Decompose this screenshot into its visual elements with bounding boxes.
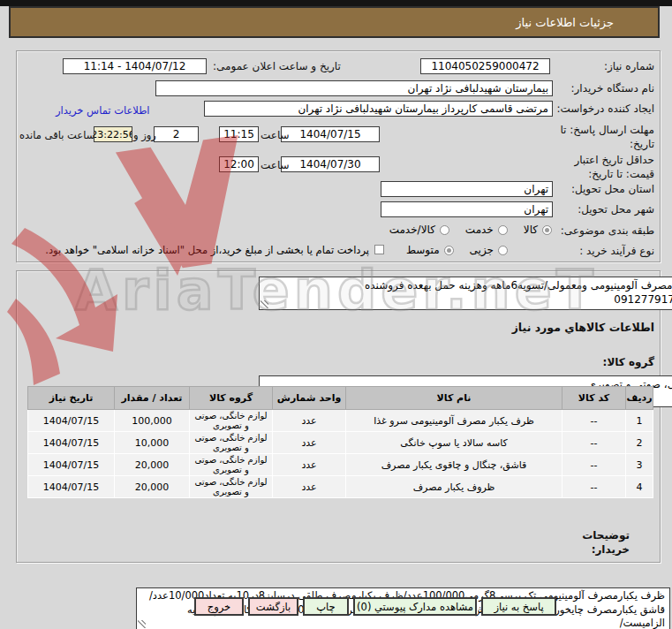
announce-datetime-label: تاریخ و ساعت اعلان عمومی: bbox=[213, 60, 341, 72]
view-attachments-button[interactable]: مشاهده مدارک پیوستي (0) bbox=[353, 597, 477, 616]
deadline-hour-label: ساعت bbox=[260, 129, 290, 141]
goods-table-body: 1--ظرف یکبار مصرف آلومینیومی سرو غذاعددل… bbox=[28, 410, 653, 498]
process-type-label: نوع فرآیند خرید : bbox=[579, 245, 654, 257]
exit-button[interactable]: خروج bbox=[194, 597, 244, 616]
radio-option[interactable]: کالا bbox=[524, 224, 552, 236]
table-cell: 1404/07/15 bbox=[28, 432, 115, 454]
radio-option[interactable]: کالا/خدمت bbox=[389, 224, 449, 236]
table-cell: ظرف یکبار مصرف آلومینیومی سرو غذا bbox=[346, 410, 563, 432]
buyer-contact-link[interactable]: اطلاعات تماس خریدار bbox=[56, 104, 150, 117]
radio-option-label: جزیی bbox=[470, 244, 494, 256]
table-cell: 10,000 bbox=[115, 432, 190, 454]
table-cell: 20,000 bbox=[115, 476, 190, 498]
table-cell: -- bbox=[563, 476, 626, 498]
table-cell: عدد bbox=[273, 476, 346, 498]
table-cell: کاسه سالاد یا سوپ خانگی bbox=[346, 432, 563, 454]
table-cell: لوازم خانگی، صوتی و تصویری bbox=[190, 410, 273, 432]
request-creator-label: ایجاد کننده درخواست: bbox=[556, 102, 654, 115]
response-deadline-label: مهلت ارسال پاسخ: تا تاریخ: bbox=[559, 124, 654, 151]
buyer-notes-label: توضیحات خریدار: bbox=[575, 529, 630, 557]
respond-to-need-button[interactable]: پاسخ به نیاز bbox=[481, 597, 556, 616]
countdown-timer: 23:22:56 bbox=[94, 126, 132, 142]
goods-table-header-cell: کد کالا bbox=[563, 387, 626, 410]
process-type-radio-group[interactable]: جزییمتوسط bbox=[406, 244, 508, 256]
table-cell: لوازم خانگی، صوتی و تصویری bbox=[190, 432, 273, 454]
table-cell: 1 bbox=[626, 410, 653, 432]
table-cell: 1404/07/15 bbox=[28, 476, 115, 498]
goods-table-header-cell: ردیف bbox=[626, 387, 653, 410]
need-number-field[interactable]: 1104050259000472 bbox=[420, 58, 550, 74]
validity-time-field[interactable]: 12:00 bbox=[219, 156, 259, 172]
goods-table-header-row: ردیفکد کالانام کالاواحد شمارشگروه کالاتع… bbox=[28, 387, 653, 410]
deadline-time-field[interactable]: 11:15 bbox=[219, 126, 259, 142]
delivery-province-label: استان محل تحویل: bbox=[571, 183, 654, 195]
radio-icon[interactable] bbox=[498, 225, 508, 235]
goods-group-label: گروه كالا: bbox=[603, 356, 654, 368]
buyer-org-label: نام دستگاه خریدار: bbox=[571, 82, 655, 95]
days-remaining-field[interactable]: 2 bbox=[154, 126, 199, 142]
need-number-label: شماره نیاز: bbox=[604, 60, 654, 72]
treasury-payment-row: پرداخت تمام یا بخشی از مبلغ خرید،از محل … bbox=[19, 244, 384, 256]
need-details-page: { "page": { "title": "جزئیات اطلاعات نیا… bbox=[0, 0, 672, 629]
table-cell: -- bbox=[563, 410, 626, 432]
delivery-city-label: شهر محل تحویل: bbox=[578, 203, 654, 216]
radio-icon[interactable] bbox=[440, 225, 449, 235]
radio-option-label: خدمت bbox=[465, 224, 494, 236]
table-cell: 2 bbox=[626, 432, 653, 454]
radio-option-label: کالا/خدمت bbox=[389, 224, 435, 236]
treasury-payment-checkbox[interactable] bbox=[374, 245, 384, 254]
table-cell: 4 bbox=[626, 476, 653, 498]
table-row: 4--ظروف یکبار مصرفعددلوازم خانگی، صوتی و… bbox=[28, 476, 653, 498]
goods-table-header-cell: گروه کالا bbox=[190, 387, 273, 410]
radio-icon[interactable] bbox=[444, 246, 454, 255]
table-cell: 100,000 bbox=[115, 410, 190, 432]
table-cell: لوازم خانگی، صوتی و تصویری bbox=[190, 454, 273, 476]
goods-section-title: اطلاعات كالاهاي مورد نیاز bbox=[512, 321, 654, 334]
table-cell: ظروف یکبار مصرف bbox=[346, 476, 563, 498]
radio-option[interactable]: متوسط bbox=[406, 244, 454, 256]
table-cell: 3 bbox=[626, 454, 653, 476]
table-cell: قاشق، چنگال و چاقوی یکبار مصرف bbox=[346, 454, 563, 476]
page-header-bar: جزئیات اطلاعات نیاز bbox=[9, 6, 660, 38]
goods-table-header-cell: نام کالا bbox=[346, 387, 563, 410]
validity-hour-label: ساعت bbox=[260, 159, 290, 171]
table-cell: -- bbox=[563, 432, 626, 454]
goods-table-header-cell: تعداد / مقدار bbox=[115, 387, 190, 410]
table-cell: عدد bbox=[273, 410, 346, 432]
need-description-textarea[interactable]: ظرف یکبارمصرف آلومینیومی ومعمولی/تسویه6م… bbox=[259, 277, 672, 310]
radio-option[interactable]: جزیی bbox=[470, 244, 508, 256]
table-row: 2--کاسه سالاد یا سوپ خانگیعددلوازم خانگی… bbox=[28, 432, 653, 454]
deadline-date-field[interactable]: 1404/07/15 bbox=[281, 126, 380, 142]
table-row: 1--ظرف یکبار مصرف آلومینیومی سرو غذاعددل… bbox=[28, 410, 653, 432]
radio-icon[interactable] bbox=[498, 246, 508, 255]
print-button[interactable]: چاپ bbox=[303, 597, 349, 616]
hours-remaining-label: ساعت باقی مانده bbox=[19, 129, 94, 141]
treasury-payment-text: پرداخت تمام یا بخشی از مبلغ خرید،از محل … bbox=[45, 244, 369, 256]
announce-datetime-field[interactable]: 1404/07/12 - 11:14 bbox=[63, 58, 207, 74]
table-cell: عدد bbox=[273, 454, 346, 476]
buyer-org-field[interactable]: بیمارستان شهیدلبافی نژاد تهران bbox=[155, 80, 553, 96]
goods-table-header-cell: واحد شمارش bbox=[273, 387, 346, 410]
radio-option-label: متوسط bbox=[406, 244, 440, 256]
table-cell: لوازم خانگی، صوتی و تصویری bbox=[190, 476, 273, 498]
table-cell: 1404/07/15 bbox=[28, 410, 115, 432]
validity-date-field[interactable]: 1404/07/30 bbox=[281, 156, 380, 172]
delivery-city-field[interactable]: تهران bbox=[381, 201, 553, 217]
table-cell: -- bbox=[563, 454, 626, 476]
request-creator-field[interactable]: مرتضی قاسمی کارپرداز بیمارستان شهیدلبافی… bbox=[204, 101, 553, 117]
table-cell: عدد bbox=[273, 432, 346, 454]
price-validity-label: حداقل تاریخ اعتبار قیمت: تا تاریخ: bbox=[550, 154, 654, 181]
radio-option[interactable]: خدمت bbox=[465, 224, 508, 236]
delivery-province-field[interactable]: تهران bbox=[381, 181, 553, 197]
classification-radio-group[interactable]: کالاخدمتکالا/خدمت bbox=[389, 224, 552, 236]
radio-option-label: کالا bbox=[524, 224, 538, 236]
table-cell: 1404/07/15 bbox=[28, 454, 115, 476]
goods-table: ردیفکد کالانام کالاواحد شمارشگروه کالاتع… bbox=[27, 386, 653, 498]
radio-icon[interactable] bbox=[542, 225, 552, 235]
table-cell: 20,000 bbox=[115, 454, 190, 476]
classification-label: طبقه بندی موضوعی: bbox=[561, 224, 654, 237]
back-button[interactable]: بازگشت bbox=[248, 597, 298, 616]
window-top-strip bbox=[0, 0, 672, 6]
need-info-panel: شماره نیاز: 1104050259000472 تاریخ و ساع… bbox=[16, 50, 661, 262]
goods-info-panel: شرح كلي نیاز: ظرف یکبارمصرف آلومینیومی و… bbox=[16, 270, 661, 563]
